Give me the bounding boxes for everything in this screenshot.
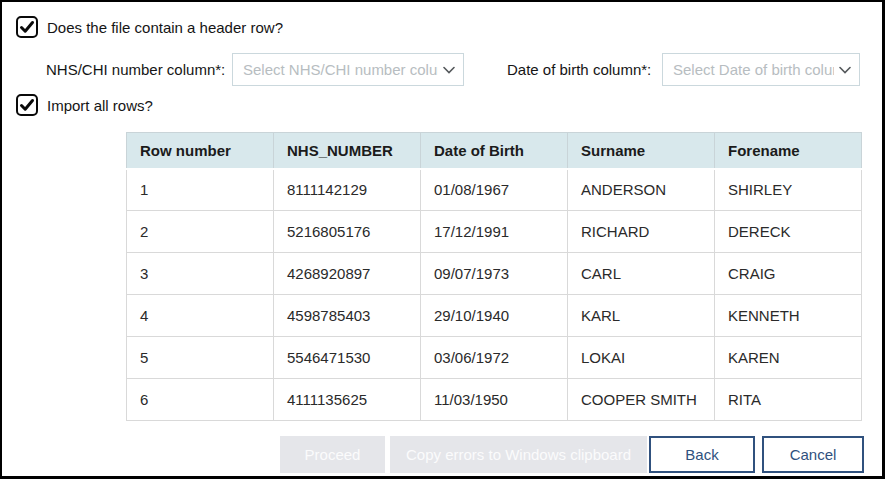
table-cell: KARL — [568, 295, 715, 337]
table-row: 2521680517617/12/1991RICHARDDERECK — [127, 211, 862, 253]
copy-errors-button[interactable]: Copy errors to Windows clipboard — [390, 436, 647, 473]
import-all-checkbox-row: Import all rows? — [16, 94, 153, 116]
import-all-checkbox-label: Import all rows? — [47, 97, 153, 114]
table-header: Row numberNHS_NUMBERDate of BirthSurname… — [127, 133, 862, 169]
table-cell: 1 — [127, 169, 274, 211]
table-cell: 17/12/1991 — [421, 211, 568, 253]
nhs-column-select[interactable]: Select NHS/CHI number column — [232, 53, 464, 86]
table-cell: 3 — [127, 253, 274, 295]
table-cell: SHIRLEY — [715, 169, 862, 211]
table-cell: 4598785403 — [274, 295, 421, 337]
header-row-checkbox[interactable] — [16, 16, 38, 38]
table-cell: CRAIG — [715, 253, 862, 295]
table-cell: CARL — [568, 253, 715, 295]
table-cell: 03/06/1972 — [421, 337, 568, 379]
nhs-column-label: NHS/CHI number column*: — [46, 53, 225, 86]
table-cell: RITA — [715, 379, 862, 421]
header-row-checkbox-row: Does the file contain a header row? — [16, 16, 283, 38]
import-dialog: Does the file contain a header row? NHS/… — [0, 0, 885, 479]
table-cell: 5546471530 — [274, 337, 421, 379]
table-cell: RICHARD — [568, 211, 715, 253]
back-button[interactable]: Back — [649, 436, 755, 473]
dob-column-select[interactable]: Select Date of birth column — [662, 53, 860, 86]
table-cell: 29/10/1940 — [421, 295, 568, 337]
table-cell: 5 — [127, 337, 274, 379]
column-header: Surname — [568, 133, 715, 169]
dob-column-label: Date of birth column*: — [507, 53, 651, 86]
table-cell: ANDERSON — [568, 169, 715, 211]
table-header-row: Row numberNHS_NUMBERDate of BirthSurname… — [127, 133, 862, 169]
column-header: Forename — [715, 133, 862, 169]
table-cell: 6 — [127, 379, 274, 421]
dob-column-select-value: Select Date of birth column — [673, 61, 834, 78]
table-row: 4459878540329/10/1940KARLKENNETH — [127, 295, 862, 337]
table-cell: KAREN — [715, 337, 862, 379]
table-cell: 01/08/1967 — [421, 169, 568, 211]
column-header: NHS_NUMBER — [274, 133, 421, 169]
table-cell: 4 — [127, 295, 274, 337]
table-row: 5554647153003/06/1972LOKAIKAREN — [127, 337, 862, 379]
proceed-button[interactable]: Proceed — [280, 436, 385, 473]
file-preview-table: Row numberNHS_NUMBERDate of BirthSurname… — [126, 132, 862, 421]
nhs-column-select-value: Select NHS/CHI number column — [243, 61, 438, 78]
header-row-checkbox-label: Does the file contain a header row? — [47, 19, 283, 36]
table-row: 1811114212901/08/1967ANDERSONSHIRLEY — [127, 169, 862, 211]
table-cell: 11/03/1950 — [421, 379, 568, 421]
table-row: 3426892089709/07/1973CARLCRAIG — [127, 253, 862, 295]
chevron-down-icon — [443, 66, 455, 74]
table-cell: KENNETH — [715, 295, 862, 337]
cancel-button[interactable]: Cancel — [762, 436, 864, 473]
table-cell: LOKAI — [568, 337, 715, 379]
table-row: 6411113562511/03/1950COOPER SMITHRITA — [127, 379, 862, 421]
table-cell: 09/07/1973 — [421, 253, 568, 295]
table-cell: 2 — [127, 211, 274, 253]
import-all-checkbox[interactable] — [16, 94, 38, 116]
column-header: Row number — [127, 133, 274, 169]
check-icon — [19, 97, 35, 113]
table-cell: DERECK — [715, 211, 862, 253]
table-cell: COOPER SMITH — [568, 379, 715, 421]
table-cell: 4111135625 — [274, 379, 421, 421]
table-cell: 5216805176 — [274, 211, 421, 253]
check-icon — [19, 19, 35, 35]
chevron-down-icon — [839, 66, 851, 74]
column-header: Date of Birth — [421, 133, 568, 169]
table-cell: 8111142129 — [274, 169, 421, 211]
table-cell: 4268920897 — [274, 253, 421, 295]
table-body: 1811114212901/08/1967ANDERSONSHIRLEY2521… — [127, 169, 862, 421]
